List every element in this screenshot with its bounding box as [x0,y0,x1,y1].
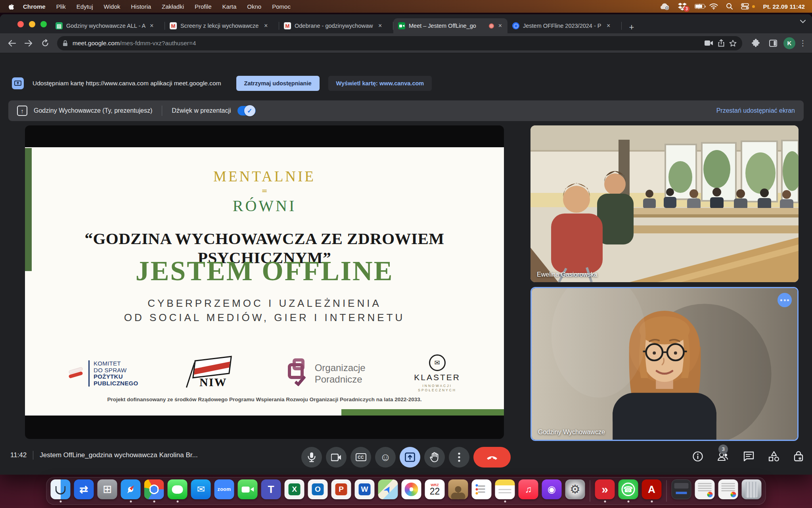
extensions-puzzle-icon[interactable] [749,36,763,50]
participants-button[interactable]: 3 [717,452,729,461]
dock-photos-icon[interactable] [401,479,422,502]
view-tab-button[interactable]: Wyświetl kartę: www.canva.com [328,76,432,91]
dock-outlook-icon[interactable]: O [308,479,328,502]
presentation-tile[interactable]: MENTALNIE = RÓWNI “GODZINA WYCHOWAWCZA Z… [25,125,504,439]
menu-edytuj[interactable]: Edytuj [77,3,93,10]
menu-okno[interactable]: Okno [247,3,261,10]
dock-teamviewer-icon[interactable]: ⇄ [74,479,94,502]
side-panel-icon[interactable] [766,36,780,50]
tab-close-icon[interactable]: × [263,22,268,29]
presentation-audio-toggle[interactable]: ✓ [237,106,256,115]
tab-close-icon[interactable]: × [377,22,383,29]
new-tab-button[interactable]: + [626,21,638,33]
macos-dock: ⇄⊞✉zoomTXOPWWRZ22☰♫◉⚙»☎A [46,477,766,505]
menu-pomoc[interactable]: Pomoc [272,3,291,10]
more-options-button[interactable] [449,447,469,468]
dock-finder-icon[interactable] [50,479,71,502]
tab-close-icon[interactable]: × [606,22,611,29]
tile-options-button[interactable] [778,293,792,307]
dock-calendar-icon[interactable]: WRZ22 [425,479,445,502]
dock-facetime-icon[interactable] [237,479,258,502]
present-screen-button[interactable] [400,447,420,468]
video-tile-classroom[interactable]: Ewelina Gasiorowska [530,125,799,282]
running-indicator [130,500,132,502]
dropbox-badge: 3 [684,6,689,12]
menu-chrome[interactable]: Chrome [23,3,46,10]
host-controls-button[interactable] [794,451,803,462]
close-window-button[interactable] [17,21,24,27]
control-center-icon[interactable] [741,2,749,11]
raise-hand-button[interactable] [424,447,445,468]
tab-sheets[interactable]: ▤Godziny wychowawcze ALL - A× [51,18,165,33]
dock-minwindow-doc-icon[interactable] [695,479,715,502]
stop-sharing-button[interactable]: Zatrzymaj udostępnianie [236,76,320,91]
back-button[interactable] [5,36,19,50]
dock-safari-icon[interactable] [121,479,141,502]
dock-minwindow-doc2-icon[interactable] [718,479,739,502]
captions-button[interactable]: CC [350,447,371,468]
dock-whatsapp-icon[interactable]: ☎ [618,479,639,502]
profile-avatar[interactable]: K [783,37,795,49]
wifi-icon[interactable] [709,2,718,11]
bookmark-star-icon[interactable] [729,40,737,47]
battery-icon[interactable] [695,2,701,11]
menu-zakładki[interactable]: Zakładki [162,3,184,10]
dock-podcasts-icon[interactable]: ◉ [542,479,562,502]
address-bar[interactable]: meet.google.com/mes-fdmm-vxz?authuser=4 [57,36,742,50]
dock-word-icon[interactable]: W [354,479,375,502]
dock-settings-icon[interactable]: ⚙ [565,479,586,502]
end-call-button[interactable] [473,447,511,468]
menu-plik[interactable]: Plik [56,3,66,10]
dock-parallels-icon[interactable]: » [595,479,615,502]
spotlight-search-icon[interactable] [726,2,733,11]
tab-meet[interactable]: Meet – Jestem OffLine_go× [393,18,508,33]
apple-menu-icon[interactable] [7,2,15,10]
chrome-menu-kebab-icon[interactable]: ⋮ [799,38,807,48]
zoom-window-button[interactable] [40,21,47,27]
dropbox-icon[interactable]: 3 [678,2,687,11]
tab-gmail-screeny[interactable]: MScreeny z lekcji wychowawcze× [165,18,279,33]
activities-button[interactable] [768,451,779,462]
dock-contacts-icon[interactable] [448,479,469,502]
tab-search-chevron-icon[interactable] [800,20,806,23]
dock-powerpoint-icon[interactable]: P [331,479,352,502]
meeting-details-button[interactable] [693,451,703,462]
menu-items: ChromePlikEdytujWidokHistoriaZakładkiPro… [23,3,301,10]
dock-trash-icon[interactable] [741,479,762,502]
dock-teams-icon[interactable]: T [261,479,282,502]
share-icon[interactable] [718,39,724,47]
reload-button[interactable] [38,36,52,50]
minimize-window-button[interactable] [29,21,35,27]
stop-presenting-link[interactable]: Przestań udostępniać ekran [716,107,795,114]
cloud-sync-off-icon[interactable] [660,2,670,11]
menu-widok[interactable]: Widok [104,3,121,10]
video-tile-presenter[interactable]: Godziny Wychowawcze [530,287,799,441]
dock-launchpad-icon[interactable]: ⊞ [97,479,118,502]
tab-capture-camera-icon[interactable] [705,40,713,46]
camera-button[interactable] [326,447,347,468]
dock-notes-icon[interactable] [495,479,515,502]
outlook-app-icon: O [308,479,328,499]
dock-messages-icon[interactable] [167,479,188,502]
tab-close-icon[interactable]: × [498,22,503,29]
dock-chrome-icon[interactable] [144,479,165,502]
tab-canva[interactable]: Jestem OFFline 2023/2024 - P× [508,18,622,33]
menu-karta[interactable]: Karta [222,3,237,10]
microphone-button[interactable] [301,447,322,468]
tab-gmail-odebrane[interactable]: MOdebrane - godzinywychowaw× [279,18,393,33]
dock-mail-icon[interactable]: ✉ [191,479,211,502]
chat-button[interactable] [743,451,754,462]
dock-excel-icon[interactable]: X [284,479,305,502]
tab-close-icon[interactable]: × [149,22,154,29]
menu-clock[interactable]: Pt. 22.09 11:42 [763,3,805,10]
dock-minwindow-dark-icon[interactable] [671,479,692,502]
dock-music-icon[interactable]: ♫ [518,479,539,502]
menu-profile[interactable]: Profile [195,3,212,10]
reactions-button[interactable]: ☺ [375,447,396,468]
dock-reminders-icon[interactable]: ☰ [471,479,492,502]
dock-maps-icon[interactable] [378,479,398,502]
dock-zoom-icon[interactable]: zoom [214,479,235,502]
menu-historia[interactable]: Historia [131,3,151,10]
dock-acrobat-icon[interactable]: A [642,479,662,502]
forward-button[interactable] [21,36,36,50]
